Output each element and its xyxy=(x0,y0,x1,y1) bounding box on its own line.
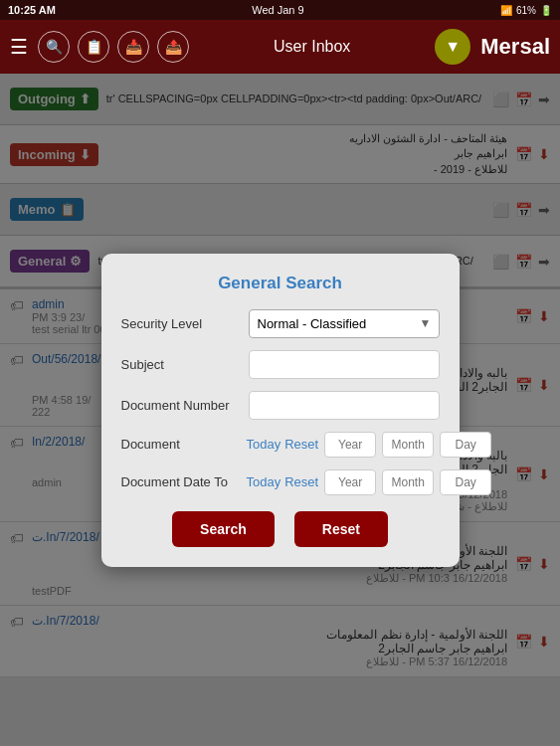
security-select-container: Normal - Classified Top Secret Confident… xyxy=(249,309,440,338)
modal-overlay: General Search Security Level Normal - C… xyxy=(0,74,560,746)
document-number-row: Document Number xyxy=(121,391,440,420)
today-button-2[interactable]: Today xyxy=(247,474,281,489)
battery-icon: 🔋 xyxy=(540,5,552,16)
subject-label: Subject xyxy=(121,357,241,372)
security-label: Security Level xyxy=(121,316,241,331)
reset-main-button[interactable]: Reset xyxy=(294,511,388,547)
clipboard-icon[interactable]: 📋 xyxy=(78,31,109,63)
document-number-label: Document Number xyxy=(121,398,241,413)
status-indicators: 📶 61% 🔋 xyxy=(500,5,552,16)
search-icon[interactable]: 🔍 xyxy=(38,31,70,63)
header-title: User Inbox xyxy=(274,38,350,56)
download-icon[interactable]: 📥 xyxy=(117,31,149,63)
reset-button-1[interactable]: Reset xyxy=(284,437,318,452)
today-reset-1: Today Reset xyxy=(247,437,319,452)
document-date-to-label: Document Date To xyxy=(121,474,241,489)
document-date-row: Document Today Reset xyxy=(121,432,440,458)
document-label: Document xyxy=(121,437,241,452)
general-search-modal: General Search Security Level Normal - C… xyxy=(101,254,460,567)
reset-button-2[interactable]: Reset xyxy=(284,474,318,489)
header-icons: 🔍 📋 📥 📤 xyxy=(38,31,189,63)
today-reset-2: Today Reset xyxy=(247,474,319,489)
month-field-1[interactable] xyxy=(382,432,434,458)
modal-title: General Search xyxy=(121,274,440,293)
status-time: 10:25 AM xyxy=(8,4,56,16)
header-right: ▼ Mersal xyxy=(435,29,550,65)
hamburger-icon[interactable]: ☰ xyxy=(10,35,28,59)
search-button[interactable]: Search xyxy=(172,511,275,547)
status-date: Wed Jan 9 xyxy=(252,4,303,16)
year-field-1[interactable] xyxy=(324,432,376,458)
day-field-1[interactable] xyxy=(440,432,491,458)
security-level-row: Security Level Normal - Classified Top S… xyxy=(121,309,440,338)
today-button-1[interactable]: Today xyxy=(247,437,281,452)
security-select[interactable]: Normal - Classified Top Secret Confident… xyxy=(249,309,440,338)
app-name: Mersal xyxy=(480,34,550,60)
modal-buttons: Search Reset xyxy=(121,511,440,547)
upload-icon[interactable]: 📤 xyxy=(157,31,189,63)
subject-input[interactable] xyxy=(249,350,440,379)
document-number-input[interactable] xyxy=(249,391,440,420)
content-area: Outgoing ⬆ tr' CELLSPACING=0px CELLPADDI… xyxy=(0,74,560,746)
battery-percent: 61% xyxy=(516,5,536,16)
document-date-to-row: Document Date To Today Reset xyxy=(121,469,440,495)
app-header: ☰ 🔍 📋 📥 📤 User Inbox ▼ Mersal xyxy=(0,20,560,74)
day-field-2[interactable] xyxy=(440,469,491,495)
signal-icon: 📶 xyxy=(500,5,512,16)
filter-icon[interactable]: ▼ xyxy=(435,29,470,65)
month-field-2[interactable] xyxy=(382,469,434,495)
header-left: ☰ 🔍 📋 📥 📤 xyxy=(10,31,189,63)
status-bar: 10:25 AM Wed Jan 9 📶 61% 🔋 xyxy=(0,0,560,20)
year-field-2[interactable] xyxy=(324,469,376,495)
subject-row: Subject xyxy=(121,350,440,379)
